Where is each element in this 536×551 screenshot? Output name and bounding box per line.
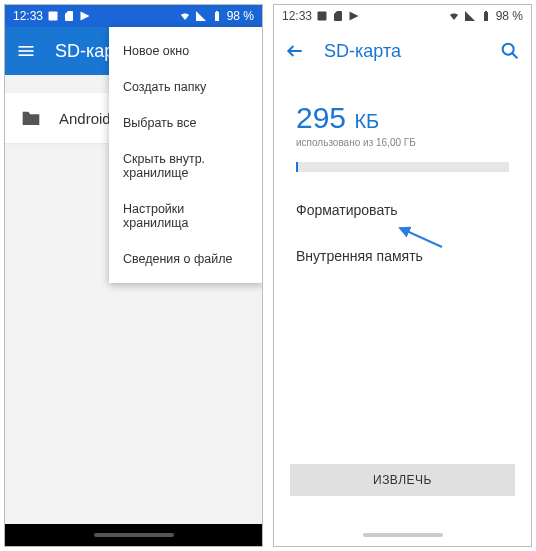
phone-left: 12:33 98 % SD-карта	[4, 4, 263, 547]
signal-icon	[464, 10, 476, 22]
svg-rect-0	[49, 12, 58, 21]
svg-rect-5	[19, 54, 34, 56]
eject-button[interactable]: ИЗВЛЕЧЬ	[290, 464, 515, 496]
storage-detail: 295 КБ использовано из 16,00 ГБ Форматир…	[274, 75, 531, 524]
page-title: SD-карта	[324, 41, 499, 62]
storage-bar	[296, 162, 509, 172]
nav-pill-icon	[363, 533, 443, 537]
menu-storage-settings[interactable]: Настройки хранилища	[109, 191, 263, 241]
play-icon	[79, 10, 91, 22]
svg-rect-8	[484, 12, 488, 21]
app-bar: SD-карта	[274, 27, 531, 75]
screenshot-icon	[316, 10, 328, 22]
action-format[interactable]: Форматировать	[296, 202, 509, 218]
battery-icon	[480, 10, 492, 22]
storage-size-value: 295	[296, 101, 346, 134]
nav-bar[interactable]	[5, 524, 262, 546]
menu-new-window[interactable]: Новое окно	[109, 33, 263, 69]
storage-size-unit: КБ	[354, 110, 379, 132]
search-icon[interactable]	[499, 40, 521, 62]
folder-icon	[21, 110, 41, 126]
sd-icon	[63, 10, 75, 22]
menu-select-all[interactable]: Выбрать все	[109, 105, 263, 141]
play-icon	[348, 10, 360, 22]
svg-rect-3	[19, 46, 34, 48]
svg-point-10	[503, 44, 514, 55]
menu-hide-internal[interactable]: Скрыть внутр. хранилище	[109, 141, 263, 191]
signal-icon	[195, 10, 207, 22]
status-time: 12:33	[282, 9, 312, 23]
nav-pill-icon	[94, 533, 174, 537]
folder-name: Android	[59, 110, 111, 127]
status-battery: 98 %	[227, 9, 254, 23]
wifi-icon	[179, 10, 191, 22]
svg-line-12	[400, 228, 442, 247]
svg-line-11	[512, 53, 517, 58]
overflow-menu: Новое окно Создать папку Выбрать все Скр…	[109, 27, 263, 283]
wifi-icon	[448, 10, 460, 22]
back-icon[interactable]	[284, 40, 306, 62]
menu-new-folder[interactable]: Создать папку	[109, 69, 263, 105]
storage-subtext: использовано из 16,00 ГБ	[296, 137, 509, 148]
menu-icon[interactable]	[15, 40, 37, 62]
action-internal-memory[interactable]: Внутренняя память	[296, 248, 509, 264]
screenshot-icon	[47, 10, 59, 22]
battery-icon	[211, 10, 223, 22]
status-time: 12:33	[13, 9, 43, 23]
svg-rect-2	[216, 11, 218, 12]
storage-bar-fill	[296, 162, 298, 172]
sd-icon	[332, 10, 344, 22]
menu-file-info[interactable]: Сведения о файле	[109, 241, 263, 277]
svg-rect-9	[485, 11, 487, 12]
status-battery: 98 %	[496, 9, 523, 23]
storage-size: 295 КБ	[296, 101, 509, 135]
pointer-arrow-icon	[394, 225, 444, 249]
nav-bar[interactable]	[274, 524, 531, 546]
status-bar: 12:33 98 %	[274, 5, 531, 27]
phone-right: 12:33 98 % SD-карта	[273, 4, 532, 547]
svg-rect-7	[318, 12, 327, 21]
svg-rect-1	[215, 12, 219, 21]
svg-rect-4	[19, 50, 34, 52]
status-bar: 12:33 98 %	[5, 5, 262, 27]
